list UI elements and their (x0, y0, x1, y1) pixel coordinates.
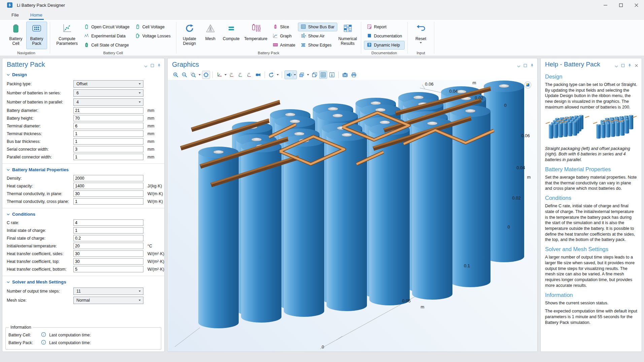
bus-bar-thickness-input[interactable] (73, 138, 143, 145)
zoom-in-button[interactable] (172, 71, 180, 79)
section-conditions[interactable]: Conditions (2, 209, 164, 219)
slice-button[interactable]: Slice (270, 23, 298, 31)
compute-parameters-button[interactable]: Compute Parameters (53, 22, 81, 49)
battery-diameter-input[interactable] (73, 107, 143, 114)
section-solver-mesh[interactable]: Solver and Mesh Settings (2, 277, 164, 286)
appearance-button[interactable] (298, 71, 306, 79)
documentation-button[interactable]: Documentation (364, 32, 405, 40)
c-rate-input[interactable] (73, 219, 143, 226)
axis-label-m: m (473, 80, 476, 85)
heat-capacity-input[interactable] (73, 183, 143, 189)
close-icon[interactable] (635, 63, 638, 69)
heat-transfer-top-input[interactable] (73, 258, 143, 265)
print-button[interactable] (350, 71, 358, 79)
open-circuit-voltage-button[interactable]: Open Circuit Voltage (81, 23, 132, 31)
float-panel-icon[interactable] (150, 63, 154, 69)
minimize-button[interactable] (598, 0, 613, 10)
cell-state-of-charge-button[interactable]: Cell State of Charge (81, 41, 132, 50)
title-bar: Li Battery Pack Designer (0, 0, 644, 10)
window-title: Li Battery Pack Designer (17, 3, 65, 8)
tab-home[interactable]: Home (29, 11, 44, 20)
graph-button[interactable]: Graph (270, 32, 298, 40)
output-time-steps-select[interactable]: 11 (73, 288, 143, 295)
float-panel-icon[interactable] (621, 63, 625, 69)
maximize-button[interactable] (613, 0, 629, 10)
zoom-out-button[interactable] (180, 71, 189, 79)
serial-connector-width-input[interactable] (73, 146, 143, 152)
pin-icon[interactable] (157, 63, 161, 69)
initial-external-temperature-input[interactable] (73, 243, 143, 249)
terminal-thickness-input[interactable] (73, 130, 143, 137)
zoom-dropdown-caret[interactable] (198, 74, 201, 76)
chevron-down-icon[interactable] (517, 63, 520, 69)
animate-button[interactable]: Animate (270, 41, 298, 50)
mesh-button[interactable]: Mesh (200, 22, 221, 49)
batteries-in-series-select[interactable]: 6 (73, 89, 143, 97)
chevron-down-icon[interactable] (615, 63, 618, 69)
thermal-conductivity-cross-plane-input[interactable] (73, 198, 143, 205)
section-battery-material-properties[interactable]: Battery Material Properties (2, 164, 164, 174)
voltage-losses-icon (135, 33, 140, 39)
experimental-data-button[interactable]: Experimental Data (81, 32, 132, 40)
battery-height-input[interactable] (73, 115, 143, 121)
battery-cell-button[interactable]: Battery Cell (5, 22, 26, 49)
float-panel-icon[interactable] (523, 63, 527, 69)
final-state-of-charge-input[interactable] (73, 235, 143, 241)
pin-icon[interactable] (530, 63, 534, 69)
pin-icon[interactable] (628, 63, 632, 69)
heat-transfer-bottom-input[interactable] (73, 266, 143, 272)
ribbon-group-input: Reset Input (408, 20, 434, 56)
show-air-button[interactable]: Show Air (298, 32, 337, 40)
appearance-dropdown-caret[interactable] (306, 74, 310, 76)
reset-button[interactable]: Reset (410, 22, 431, 49)
chevron-down-icon[interactable] (144, 63, 147, 69)
packing-type-select[interactable]: Offset (73, 80, 143, 88)
parallel-connector-width-input[interactable] (73, 154, 143, 160)
camera-view-button[interactable] (254, 71, 262, 79)
snapshot-button[interactable] (341, 71, 349, 79)
terminal-diameter-input[interactable] (73, 123, 143, 129)
batteries-in-parallel-select[interactable]: 4 (73, 98, 143, 106)
zoom-box-button[interactable] (189, 71, 197, 79)
default-view-button[interactable] (215, 71, 223, 79)
graphics-canvas[interactable]: 0.06 0.04 0.02 0 m 0.06 0.04 m 0.02 0 0.… (168, 80, 537, 352)
thermal-conductivity-in-plane-input[interactable] (73, 190, 143, 197)
view-indicator-icon[interactable] (524, 81, 532, 90)
reset-dropdown-caret[interactable] (420, 42, 422, 43)
numerical-results-button[interactable]: Numerical Results (337, 22, 358, 49)
show-edges-button[interactable]: Show Edges (298, 41, 337, 50)
dynamic-help-button[interactable]: ? Dynamic Help (364, 41, 405, 50)
density-input[interactable] (73, 175, 143, 181)
heat-transfer-sides-input[interactable] (73, 250, 143, 257)
scene-light-button[interactable] (285, 71, 293, 79)
temperature-button[interactable]: Temperature (242, 22, 270, 49)
show-grid-button[interactable] (319, 71, 327, 79)
voltage-losses-button[interactable]: Voltage Losses (132, 32, 173, 40)
open-circuit-voltage-icon (84, 24, 89, 30)
mesh-size-select[interactable]: Normal (73, 297, 143, 304)
orthographic-projection-button[interactable] (310, 71, 318, 79)
cell-voltage-button[interactable]: Cell Voltage (132, 23, 173, 31)
help-image-caption: Straight packaging (left) and offset pac… (545, 146, 637, 163)
svg-text:i: i (43, 333, 44, 336)
battery-pack-button[interactable]: Battery Pack (26, 22, 47, 49)
go-to-yz-view-button[interactable]: yz (237, 71, 245, 79)
go-to-xz-view-button[interactable]: xz (245, 71, 253, 79)
axis-orientation-button[interactable] (328, 71, 336, 79)
compute-button[interactable]: Compute (221, 22, 242, 49)
go-to-xy-view-button[interactable]: xy (228, 71, 236, 79)
close-button[interactable] (629, 0, 644, 10)
show-bus-bar-button[interactable]: Show Bus Bar (298, 23, 337, 31)
rotate-dropdown-caret[interactable] (276, 74, 279, 76)
rotate-button[interactable] (267, 71, 275, 79)
scene-light-dropdown-caret[interactable] (293, 74, 297, 76)
initial-state-of-charge-input[interactable] (73, 227, 143, 234)
update-design-button[interactable]: Update Design (179, 22, 200, 49)
view-dropdown-caret[interactable] (224, 74, 227, 76)
tab-file[interactable]: File (10, 11, 20, 20)
field-row: Packing type:Offset (2, 79, 164, 88)
field-row: Number of batteries in parallel:4 (2, 97, 164, 107)
zoom-extents-button[interactable] (202, 71, 210, 79)
section-design[interactable]: Design (2, 69, 164, 79)
report-button[interactable]: Report (364, 23, 405, 31)
